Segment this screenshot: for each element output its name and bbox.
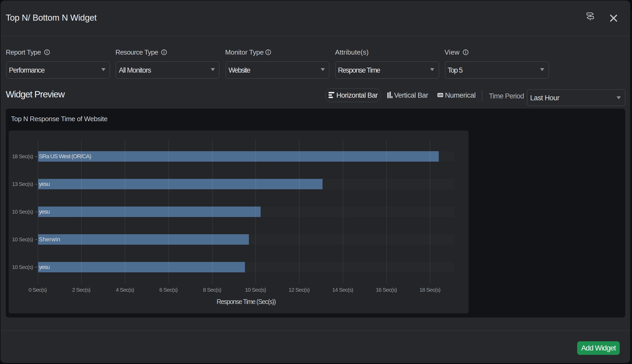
svg-text:123: 123: [438, 94, 443, 97]
